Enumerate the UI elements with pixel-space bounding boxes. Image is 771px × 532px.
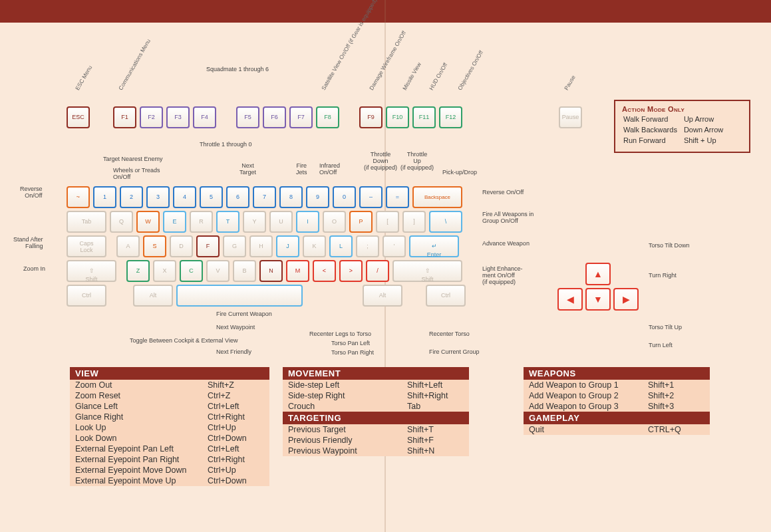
callout-throttle: Throttle 1 through 0: [200, 142, 252, 148]
panel-movement-rows: Side-step LeftShift+LeftSide-step RightS…: [283, 380, 469, 412]
key-f9: F9: [359, 106, 383, 128]
key-f2: F2: [140, 106, 163, 128]
key-esc: ESC: [67, 106, 90, 128]
key-lb: [: [376, 211, 399, 233]
callout-tiltdn: Torso Tilt Down: [649, 243, 690, 249]
key-slash: /: [366, 260, 389, 282]
callout-next-wp: Next Waypoint: [216, 325, 255, 331]
key-2: 2: [120, 186, 143, 208]
key-w: W: [136, 211, 160, 233]
key-equals: =: [386, 186, 409, 208]
panel-weapons: WEAPONS Add Weapon to Group 1Shift+1Add …: [524, 367, 710, 435]
key-6: 6: [226, 186, 249, 208]
callout-pickup: Pick-up/Drop: [442, 170, 477, 176]
key-3: 3: [146, 186, 170, 208]
key-arrow-up: ▲: [585, 263, 611, 285]
callout-light: Light Enhance- ment On/Off (if equipped): [482, 266, 523, 286]
key-d: D: [170, 235, 193, 257]
callout-tog-view: Toggle Between Cockpit & External View: [130, 338, 237, 344]
panel-weapons-rows: Add Weapon to Group 1Shift+1Add Weapon t…: [524, 380, 710, 412]
action-mode-title: Action Mode Only: [622, 105, 742, 113]
key-m: M: [286, 260, 309, 282]
key-e: E: [163, 211, 186, 233]
arrow-right-icon: ▶: [623, 294, 630, 305]
callout-tgt-near: Target Nearest Enemy: [103, 156, 163, 163]
key-lalt: Alt: [133, 285, 173, 307]
key-f4: F4: [193, 106, 216, 128]
key-p: P: [349, 211, 373, 233]
key-lshift: ⇧ Shift: [67, 260, 116, 282]
key-arrow-down: ▼: [585, 288, 611, 311]
key-l: L: [329, 235, 353, 257]
key-g: G: [223, 235, 246, 257]
table-row: Look DownCtrl+Down: [70, 433, 269, 444]
key-h: H: [249, 235, 273, 257]
callout-fire-cur: Fire Current Weapon: [216, 311, 272, 318]
key-space: [176, 285, 303, 307]
callout-recenter-torso: Recenter Torso: [429, 331, 470, 338]
table-row: External Eyepoint Move DownCtrl+Up: [70, 465, 269, 475]
callout-turnl: Turn Left: [649, 342, 673, 349]
key-enter: ↵ Enter: [409, 235, 459, 257]
callout-next-tgt: Next Target: [239, 163, 256, 176]
callout-esc: ESC Menu: [75, 65, 94, 91]
key-rb: ]: [402, 211, 426, 233]
key-f12: F12: [439, 106, 462, 128]
key-b: B: [233, 260, 256, 282]
callout-reverse-l: Reverse On/Off: [20, 186, 43, 200]
callout-fire-grp: Fire Current Group: [429, 349, 480, 356]
callout-squad: Squadmate 1 through 6: [206, 66, 269, 73]
panel-gameplay-header: GAMEPLAY: [524, 412, 710, 424]
key-8: 8: [279, 186, 303, 208]
key-arrow-right: ▶: [613, 288, 639, 311]
table-row: Side-step RightShift+Right: [283, 390, 469, 401]
callout-comm: Communications Menu: [118, 38, 152, 91]
table-row: Glance LeftCtrl+Left: [70, 401, 269, 412]
key-semi: ;: [356, 235, 379, 257]
key-5: 5: [200, 186, 223, 208]
arrow-left-icon: ◀: [567, 294, 574, 305]
table-row: Previous WaypointShift+N: [283, 446, 469, 456]
panel-view-header: VIEW: [70, 367, 269, 380]
key-r: R: [190, 211, 213, 233]
key-0: 0: [333, 186, 356, 208]
key-rshift: ⇧ Shift: [392, 260, 462, 282]
key-u: U: [269, 211, 293, 233]
panel-gameplay-rows: QuitCTRL+Q: [524, 424, 710, 435]
table-row: Glance RightCtrl+Right: [70, 412, 269, 422]
callout-dmg: Damage Wireframe On/Off: [369, 30, 408, 91]
callout-pan-l: Torso Pan Left: [331, 340, 370, 347]
key-k: K: [303, 235, 326, 257]
key-f5: F5: [236, 106, 259, 128]
table-row: QuitCTRL+Q: [524, 424, 710, 435]
callout-jets: Fire Jets: [296, 163, 307, 176]
table-row: Add Weapon to Group 3Shift+3: [524, 401, 710, 412]
key-c: C: [180, 260, 203, 282]
key-x: X: [153, 260, 176, 282]
action-mode-box: Action Mode Only Walk ForwardUp Arrow Wa…: [614, 100, 750, 153]
callout-pause: Pause: [563, 74, 577, 92]
callout-reverse-r: Reverse On/Off: [482, 190, 524, 196]
key-9: 9: [306, 186, 329, 208]
table-row: Previous TargetShift+T: [283, 424, 469, 435]
callout-recenter-legs: Recenter Legs to Torso: [309, 331, 371, 338]
table-row: Side-step LeftShift+Left: [283, 380, 469, 390]
table-row: Add Weapon to Group 1Shift+1: [524, 380, 710, 390]
key-minus: –: [359, 186, 383, 208]
key-bslash: \: [429, 211, 462, 233]
callout-pan-r: Torso Pan Right: [331, 350, 374, 356]
callout-zoomin: Zoom In: [23, 266, 45, 273]
key-f1: F1: [113, 106, 136, 128]
key-1: 1: [93, 186, 116, 208]
key-comma: <: [313, 260, 336, 282]
panel-targeting-header: TARGETING: [283, 412, 469, 424]
key-f3: F3: [166, 106, 190, 128]
callout-tiltup: Torso Tilt Up: [649, 325, 682, 331]
table-row: External Eyepoint Move UpCtrl+Down: [70, 475, 269, 486]
key-v: V: [206, 260, 230, 282]
key-pause: Pause: [559, 106, 582, 128]
panel-weapons-header: WEAPONS: [524, 367, 710, 380]
table-row: Previous FriendlyShift+F: [283, 435, 469, 446]
key-f10: F10: [386, 106, 409, 128]
callout-hud: HUD On/Off: [428, 62, 449, 91]
